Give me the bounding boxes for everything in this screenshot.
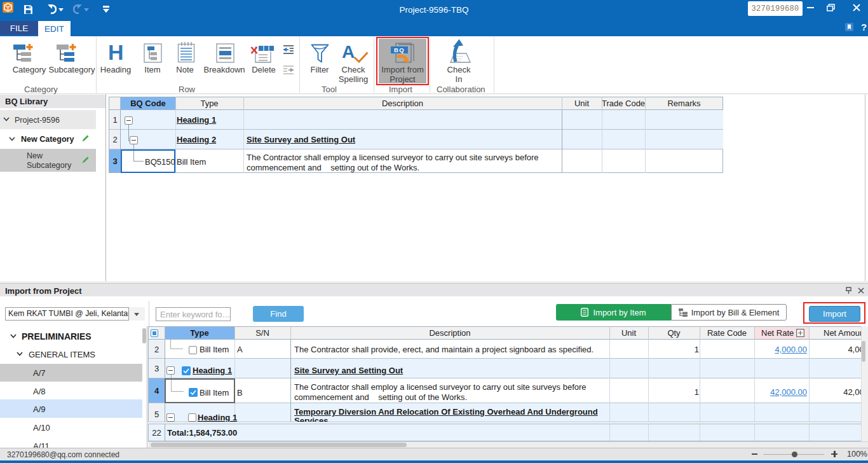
svg-text:BQ: BQ	[394, 46, 405, 53]
